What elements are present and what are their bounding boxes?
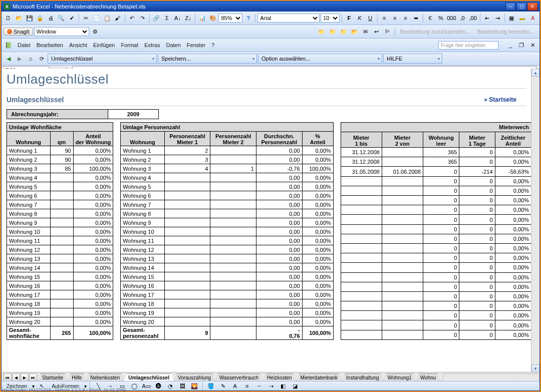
- table-row[interactable]: 000,00%: [341, 215, 531, 224]
- home-icon[interactable]: ⌂: [26, 54, 36, 64]
- folder4-icon[interactable]: 📂: [350, 27, 360, 37]
- folder3-icon[interactable]: 📁: [339, 27, 349, 37]
- snagit-button[interactable]: SnagIt: [4, 28, 33, 36]
- reply-icon[interactable]: ↩: [372, 27, 382, 37]
- currency-icon[interactable]: €: [425, 13, 435, 23]
- sheet-tab-vorauszahlung[interactable]: Vorauszahlung: [173, 373, 215, 381]
- snagit-settings-icon[interactable]: ⚙: [90, 27, 100, 37]
- cut-icon[interactable]: ✂: [81, 13, 91, 23]
- table-row[interactable]: 000,00%: [341, 291, 531, 301]
- table-row[interactable]: 000,00%: [341, 272, 531, 282]
- print-preview-icon[interactable]: 🔍: [57, 13, 66, 23]
- table-row[interactable]: Wohnung 1900,00%: [7, 146, 113, 155]
- menu-bearbeiten[interactable]: Bearbeiten: [34, 41, 66, 49]
- table-row[interactable]: Wohnung 180,00%: [7, 299, 113, 308]
- sheet-tab-wohnung1[interactable]: Wohnung1: [383, 373, 416, 381]
- open-icon[interactable]: 📂: [14, 13, 24, 23]
- sheet-tab-hilfe[interactable]: Hilfe: [67, 373, 86, 381]
- table-row[interactable]: Wohnung 80,000,00%: [121, 209, 333, 218]
- table-row[interactable]: Wohnung 90,00%: [7, 218, 113, 227]
- drawing-icon[interactable]: 🎨: [208, 13, 217, 23]
- table-row[interactable]: Wohnung 200,00%: [7, 317, 113, 326]
- close-button[interactable]: ✕: [527, 3, 537, 11]
- table-row[interactable]: Wohnung 150,00%: [7, 272, 113, 281]
- mail-icon[interactable]: ✉: [361, 27, 371, 37]
- table-row[interactable]: 000,00%: [341, 253, 531, 263]
- folder2-icon[interactable]: 📁: [328, 27, 338, 37]
- font-color-icon[interactable]: A: [528, 13, 537, 23]
- borders-icon[interactable]: ▦: [507, 13, 516, 23]
- table-row[interactable]: Wohnung 160,00%: [7, 281, 113, 290]
- percent-icon[interactable]: %: [436, 13, 445, 23]
- table-row[interactable]: 000,00%: [341, 205, 531, 215]
- table-row[interactable]: Wohnung 190,00%: [7, 308, 113, 317]
- table-row[interactable]: Wohnung 70,000,00%: [121, 200, 333, 209]
- sheet-tab-wasserverbrauch[interactable]: Wasserverbrauch: [215, 373, 263, 381]
- doc-minimize-icon[interactable]: _: [505, 40, 515, 50]
- table-row[interactable]: 000,00%: [341, 301, 531, 311]
- table-row[interactable]: Wohnung 150,000,00%: [121, 272, 333, 281]
- table-row[interactable]: Wohnung 130,000,00%: [121, 254, 333, 263]
- nav-help-button[interactable]: HILFE: [383, 54, 442, 64]
- table-row[interactable]: Wohnung 190,000,00%: [121, 308, 333, 317]
- table-personenzahl[interactable]: Umlage PersonenzahlWohnungPersonenzahlMi…: [120, 122, 333, 340]
- table-row[interactable]: 000,00%: [341, 243, 531, 253]
- menu-ansicht[interactable]: Ansicht: [66, 41, 90, 49]
- hyperlink-icon[interactable]: 🔗: [152, 13, 161, 23]
- table-row[interactable]: Wohnung 80,00%: [7, 209, 113, 218]
- table-row[interactable]: 31.12.200836500,00%: [341, 157, 531, 167]
- table-row[interactable]: Wohnung 40,000,00%: [121, 173, 333, 182]
- merge-center-icon[interactable]: ⬌: [411, 13, 421, 23]
- table-row[interactable]: Wohnung 385100,00%: [7, 164, 113, 173]
- back-icon[interactable]: ◀: [4, 54, 14, 64]
- year-value[interactable]: 2009: [108, 110, 158, 119]
- table-row[interactable]: Wohnung 2900,00%: [7, 155, 113, 164]
- menu-einfügen[interactable]: Einfügen: [90, 41, 118, 49]
- paste-icon[interactable]: 📋: [102, 13, 112, 23]
- ask-a-question-box[interactable]: Frage hier eingeben: [438, 41, 498, 50]
- increase-indent-icon[interactable]: ⇥: [493, 13, 502, 23]
- fill-color-icon[interactable]: ▬: [517, 13, 527, 23]
- font-name-combo[interactable]: Arial: [257, 14, 320, 23]
- menu-daten[interactable]: Daten: [163, 41, 183, 49]
- flag-icon[interactable]: 🏳: [383, 27, 393, 37]
- table-row[interactable]: 000,00%: [341, 320, 531, 330]
- menu-format[interactable]: Format: [118, 41, 141, 49]
- table-row[interactable]: Wohnung 50,000,00%: [121, 182, 333, 191]
- table-row[interactable]: Wohnung 120,000,00%: [121, 146, 333, 155]
- table-row[interactable]: Wohnung 40,00%: [7, 173, 113, 182]
- autosum-icon[interactable]: Σ: [162, 13, 172, 23]
- italic-button[interactable]: K: [355, 13, 364, 23]
- snagit-target-combo[interactable]: Window: [34, 27, 89, 36]
- decrease-decimal-icon[interactable]: ,00: [468, 13, 478, 23]
- nav-save-button[interactable]: Speichern...: [158, 54, 257, 64]
- table-row[interactable]: Wohnung 130,00%: [7, 254, 113, 263]
- table-row[interactable]: Wohnung 100,00%: [7, 227, 113, 236]
- table-row[interactable]: 000,00%: [341, 196, 531, 205]
- table-row[interactable]: 000,00%: [341, 330, 531, 339]
- table-row[interactable]: Wohnung 341-0,76100,00%: [121, 164, 333, 173]
- table-row[interactable]: 000,00%: [341, 311, 531, 320]
- bold-button[interactable]: F: [344, 13, 354, 23]
- table-row[interactable]: Wohnung 170,000,00%: [121, 290, 333, 299]
- refresh-icon[interactable]: ⟳: [37, 54, 47, 64]
- menu-?[interactable]: ?: [208, 41, 217, 49]
- sort-desc-icon[interactable]: Z↓: [183, 13, 193, 23]
- save-icon[interactable]: 💾: [25, 13, 34, 23]
- sheet-tab-instandhaltung[interactable]: Instandhaltung: [342, 373, 384, 381]
- underline-button[interactable]: U: [366, 13, 375, 23]
- table-row[interactable]: Wohnung 200,000,00%: [121, 317, 333, 326]
- tab-prev-icon[interactable]: ◀: [12, 373, 20, 381]
- table-row[interactable]: 000,00%: [341, 186, 531, 195]
- chart-wizard-icon[interactable]: 📊: [197, 13, 207, 23]
- tab-first-icon[interactable]: ⏮: [4, 373, 12, 381]
- increase-decimal-icon[interactable]: ,0: [457, 13, 467, 23]
- menu-extras[interactable]: Extras: [141, 41, 163, 49]
- table-row[interactable]: Wohnung 90,000,00%: [121, 218, 333, 227]
- table-row[interactable]: 000,00%: [341, 263, 531, 272]
- table-row[interactable]: 000,00%: [341, 282, 531, 291]
- table-row[interactable]: 000,00%: [341, 224, 531, 234]
- tab-next-icon[interactable]: ▶: [21, 373, 29, 381]
- table-row[interactable]: Wohnung 120,000,00%: [121, 245, 333, 254]
- decrease-indent-icon[interactable]: ⇤: [482, 13, 492, 23]
